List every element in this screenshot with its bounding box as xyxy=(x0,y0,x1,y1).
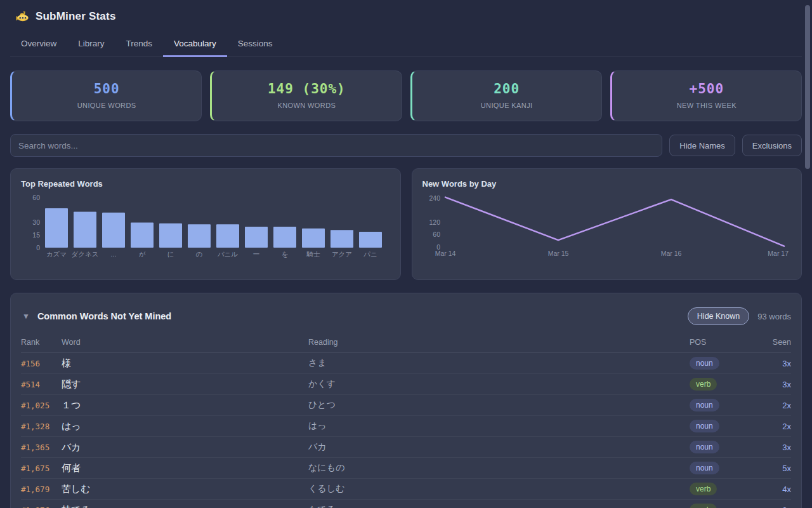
svg-text:に: に xyxy=(167,250,174,258)
cell-reading: もてる xyxy=(308,504,690,508)
column-header-reading: Reading xyxy=(308,338,690,347)
cell-rank: #1,365 xyxy=(21,443,62,452)
line-chart: 060120240Mar 14Mar 15Mar 16Mar 17 xyxy=(422,191,789,266)
hide-known-button[interactable]: Hide Known xyxy=(688,307,749,325)
table-row[interactable]: #514 隠す かくす verb 3x xyxy=(21,374,791,395)
svg-text:パニ: パニ xyxy=(363,250,377,258)
cell-word: １つ xyxy=(62,399,308,411)
stat-label: NEW THIS WEEK xyxy=(619,102,795,109)
table-row[interactable]: #1,876 持てる もてる verb 2x xyxy=(21,500,791,508)
stat-label: UNIQUE KANJI xyxy=(419,102,595,109)
cell-seen: 3x xyxy=(756,380,791,389)
pos-badge: noun xyxy=(690,462,719,474)
stat-label: UNIQUE WORDS xyxy=(18,102,195,109)
bar-chart-title: Top Repeated Words xyxy=(21,179,390,189)
cell-seen: 2x xyxy=(756,422,791,431)
pos-badge: verb xyxy=(690,504,717,508)
svg-text:...: ... xyxy=(111,250,117,258)
hide-names-button[interactable]: Hide Names xyxy=(669,135,735,156)
stat-card-known-words: 149 (30%) KNOWN WORDS xyxy=(210,70,402,121)
table-row[interactable]: #156 様 さま noun 3x xyxy=(21,353,791,374)
column-header-word: Word xyxy=(62,338,308,347)
pos-badge: noun xyxy=(690,357,719,370)
cell-word: 苦しむ xyxy=(62,483,308,495)
cell-pos: noun xyxy=(690,357,756,370)
collapse-icon[interactable]: ▼ xyxy=(21,312,31,321)
svg-text:120: 120 xyxy=(429,218,440,226)
tab-trends[interactable]: Trends xyxy=(115,31,164,57)
svg-text:Mar 15: Mar 15 xyxy=(547,250,568,257)
pos-badge: verb xyxy=(690,378,717,391)
words-table-card: ▼ Common Words Not Yet Mined Hide Known … xyxy=(10,293,802,508)
table-row[interactable]: #1,679 苦しむ くるしむ verb 4x xyxy=(21,479,791,500)
column-header-pos: POS xyxy=(690,338,756,347)
table-row[interactable]: #1,328 はっ はっ noun 2x xyxy=(21,416,791,437)
stats-row: 500 UNIQUE WORDS 149 (30%) KNOWN WORDS 2… xyxy=(10,70,802,121)
cell-seen: 5x xyxy=(756,464,791,473)
cell-reading: バカ xyxy=(308,441,690,453)
line-chart-card: New Words by Day 060120240Mar 14Mar 15Ma… xyxy=(412,168,802,280)
svg-text:Mar 14: Mar 14 xyxy=(435,250,455,257)
search-input[interactable] xyxy=(10,134,662,157)
cell-rank: #514 xyxy=(21,380,62,389)
cell-reading: さま xyxy=(308,358,690,369)
stat-card-unique-kanji: 200 UNIQUE KANJI xyxy=(410,70,602,121)
cell-seen: 2x xyxy=(756,401,791,410)
cell-reading: くるしむ xyxy=(308,483,690,495)
cell-pos: verb xyxy=(690,483,756,495)
svg-text:騎士: 騎士 xyxy=(306,250,321,258)
submarine-icon xyxy=(15,10,29,23)
svg-text:Mar 17: Mar 17 xyxy=(768,250,789,257)
cell-word: 様 xyxy=(62,358,308,370)
scrollbar-thumb[interactable] xyxy=(805,5,810,169)
svg-text:一: 一 xyxy=(253,250,260,258)
svg-text:60: 60 xyxy=(32,194,40,201)
cell-rank: #156 xyxy=(21,359,62,368)
cell-seen: 3x xyxy=(756,443,791,452)
cell-word: はっ xyxy=(62,420,308,432)
stat-value: 500 xyxy=(18,81,195,97)
exclusions-button[interactable]: Exclusions xyxy=(742,135,802,156)
cell-reading: はっ xyxy=(308,420,690,432)
cell-pos: noun xyxy=(690,420,756,432)
column-headers: RankWordReadingPOSSeen xyxy=(21,338,791,353)
cell-rank: #1,679 xyxy=(21,485,62,494)
page-title: SubMiner Stats xyxy=(36,10,116,23)
app-header: SubMiner Stats OverviewLibraryTrendsVoca… xyxy=(10,0,802,57)
svg-text:30: 30 xyxy=(32,218,40,226)
cell-rank: #1,876 xyxy=(21,505,62,508)
cell-word: 持てる xyxy=(62,504,308,508)
tab-vocabulary[interactable]: Vocabulary xyxy=(163,31,227,57)
pos-badge: noun xyxy=(690,420,719,432)
svg-text:60: 60 xyxy=(433,231,440,238)
pos-badge: noun xyxy=(690,399,719,411)
cell-word: 隠す xyxy=(62,378,308,391)
table-row[interactable]: #1,675 何者 なにもの noun 5x xyxy=(21,458,791,479)
search-row: Hide Names Exclusions xyxy=(10,134,802,157)
cell-pos: noun xyxy=(690,441,756,453)
svg-text:0: 0 xyxy=(36,244,40,251)
table-row[interactable]: #1,365 バカ バカ noun 3x xyxy=(21,437,791,458)
svg-text:を: を xyxy=(282,250,289,258)
table-body: #156 様 さま noun 3x #514 隠す かくす verb 3x #1… xyxy=(21,353,791,508)
table-row[interactable]: #1,025 １つ ひとつ noun 2x xyxy=(21,395,791,416)
column-header-seen: Seen xyxy=(756,338,791,347)
cell-rank: #1,025 xyxy=(21,401,62,410)
svg-text:240: 240 xyxy=(429,194,440,202)
svg-text:Mar 16: Mar 16 xyxy=(660,250,681,257)
cell-pos: verb xyxy=(690,504,756,508)
svg-text:バニル: バニル xyxy=(217,250,238,258)
tab-overview[interactable]: Overview xyxy=(10,31,67,57)
tab-sessions[interactable]: Sessions xyxy=(227,31,284,57)
cell-reading: ひとつ xyxy=(308,399,690,411)
cell-word: 何者 xyxy=(62,462,308,474)
stat-value: 200 xyxy=(419,81,595,97)
page: SubMiner Stats OverviewLibraryTrendsVoca… xyxy=(0,0,812,508)
line-chart-title: New Words by Day xyxy=(422,179,792,189)
svg-text:15: 15 xyxy=(32,231,40,239)
cell-seen: 2x xyxy=(756,505,791,508)
tab-library[interactable]: Library xyxy=(67,31,115,57)
cell-reading: なにもの xyxy=(308,462,690,474)
word-count: 93 words xyxy=(757,312,791,321)
cell-pos: noun xyxy=(690,462,756,474)
